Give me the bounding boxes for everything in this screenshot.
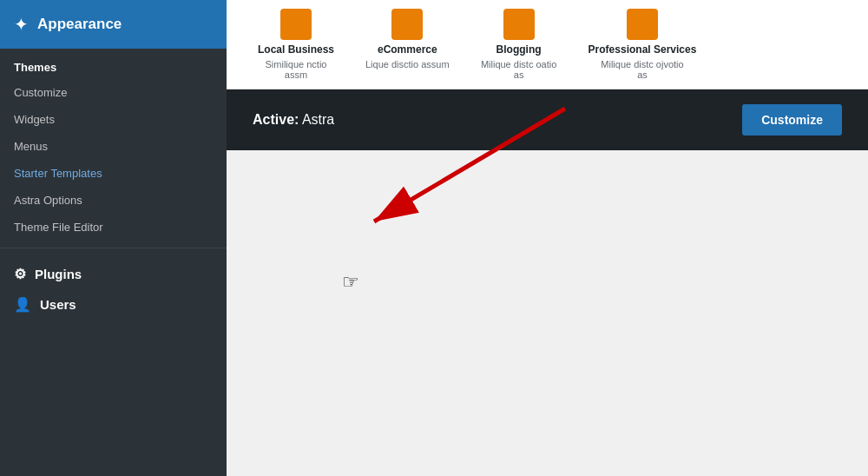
appearance-menu-header[interactable]: ✦ Appearance <box>0 0 227 49</box>
active-theme-bar: Active: Astra Customize <box>227 89 868 150</box>
active-theme-text: Active: Astra <box>253 112 334 128</box>
sidebar-item-customize[interactable]: Customize <box>0 79 227 106</box>
users-icon: 👤 <box>14 296 31 313</box>
blogging-desc: Milique distc oatio as <box>476 59 562 80</box>
theme-file-editor-label: Theme File Editor <box>14 221 103 234</box>
theme-card-professional-services[interactable]: Professional Services Milique distc ojvo… <box>589 9 697 80</box>
theme-card-blogging[interactable]: Blogging Milique distc oatio as <box>476 9 562 80</box>
professional-services-name: Professional Services <box>589 43 697 56</box>
themes-section-title: Themes <box>0 49 227 79</box>
local-business-desc: Similique nctio assm <box>253 59 339 80</box>
plugins-label: Plugins <box>35 267 82 281</box>
appearance-title: Appearance <box>37 16 122 33</box>
local-business-icon <box>280 9 312 40</box>
local-business-name: Local Business <box>258 43 334 56</box>
appearance-icon: ✦ <box>14 14 29 35</box>
theme-card-ecommerce[interactable]: eCommerce Lique disctio assum <box>365 9 450 80</box>
ecommerce-desc: Lique disctio assum <box>365 59 450 69</box>
blogging-name: Blogging <box>496 43 542 56</box>
sidebar-item-widgets[interactable]: Widgets <box>0 106 227 133</box>
active-theme-name: Astra <box>302 112 334 127</box>
starter-templates-label: Starter Templates <box>14 167 102 180</box>
active-label: Active: <box>253 112 299 127</box>
plugins-icon: ⚙ <box>14 266 26 282</box>
professional-services-icon <box>627 9 658 40</box>
ecommerce-name: eCommerce <box>378 43 437 56</box>
sidebar: ✦ Appearance Themes Customize Widgets Me… <box>0 0 227 476</box>
cursor-hand: ☞ <box>342 271 359 294</box>
main-content: Local Business Similique nctio assm eCom… <box>227 0 868 476</box>
sidebar-item-starter-templates[interactable]: Starter Templates <box>0 160 227 187</box>
professional-services-desc: Milique distc ojvotio as <box>599 59 686 80</box>
blogging-icon <box>503 9 535 40</box>
sidebar-divider <box>0 248 227 248</box>
widgets-label: Widgets <box>14 113 55 126</box>
customize-button[interactable]: Customize <box>742 104 842 136</box>
astra-options-label: Astra Options <box>14 194 82 207</box>
sidebar-item-plugins[interactable]: ⚙ Plugins <box>0 255 227 288</box>
theme-cards-strip: Local Business Similique nctio assm eCom… <box>227 0 868 89</box>
sidebar-item-menus[interactable]: Menus <box>0 133 227 160</box>
menus-label: Menus <box>14 140 48 153</box>
sidebar-item-astra-options[interactable]: Astra Options <box>0 187 227 214</box>
users-label: Users <box>40 297 76 312</box>
ecommerce-icon <box>391 9 423 40</box>
sidebar-item-users[interactable]: 👤 Users <box>0 288 227 318</box>
customize-label: Customize <box>14 86 67 99</box>
sidebar-item-theme-file-editor[interactable]: Theme File Editor <box>0 214 227 241</box>
theme-card-local-business[interactable]: Local Business Similique nctio assm <box>253 9 339 80</box>
